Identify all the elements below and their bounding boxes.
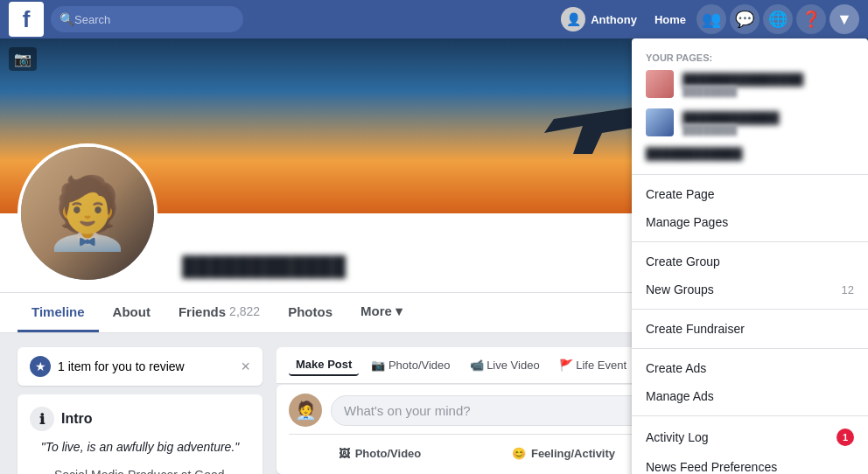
page-info-2: ████████████ ████████ bbox=[682, 111, 854, 135]
profile-info: ████████████ bbox=[175, 254, 640, 283]
intro-icon: ℹ bbox=[30, 407, 54, 431]
tab-more[interactable]: More ▾ bbox=[346, 293, 416, 332]
feeling-action[interactable]: 😊 Feeling/Activity bbox=[472, 442, 654, 465]
new-groups-item[interactable]: New Groups 12 bbox=[632, 275, 868, 303]
job-label: Social Media Producer at Good Morning Am… bbox=[54, 468, 250, 474]
page-name-2: ████████████ bbox=[682, 111, 854, 124]
page-info-1: ███████████████ ████████ bbox=[682, 73, 854, 96]
friends-count: 2,822 bbox=[229, 304, 260, 318]
create-page-label: Create Page bbox=[646, 187, 715, 201]
home-link[interactable]: Home bbox=[648, 10, 693, 30]
intro-job: 🏢 Social Media Producer at Good Morning … bbox=[30, 464, 250, 474]
new-groups-count: 12 bbox=[842, 283, 854, 296]
new-groups-label: New Groups bbox=[646, 282, 714, 296]
create-group-item[interactable]: Create Group bbox=[632, 247, 868, 275]
photo-video-btn[interactable]: 📷 Photo/Video bbox=[364, 355, 457, 375]
page-item-1[interactable]: ███████████████ ████████ bbox=[632, 65, 868, 103]
life-event-btn[interactable]: 🚩 Life Event bbox=[552, 355, 634, 375]
intro-card: ℹ Intro "To live, is an awfully big adve… bbox=[18, 394, 262, 474]
tab-photos[interactable]: Photos bbox=[274, 294, 346, 332]
search-bar[interactable]: 🔍 bbox=[51, 6, 243, 32]
create-ads-item[interactable]: Create Ads bbox=[632, 354, 868, 382]
create-fundraiser-label: Create Fundraiser bbox=[646, 322, 745, 336]
messenger-icon[interactable]: 💬 bbox=[730, 4, 760, 34]
review-banner: ★ 1 item for you to review × bbox=[18, 347, 262, 386]
photo-icon: 🖼 bbox=[339, 447, 350, 460]
help-icon[interactable]: ❓ bbox=[796, 4, 826, 34]
dropdown-menu: Your Pages: ███████████████ ████████ ███… bbox=[632, 38, 868, 474]
review-left: ★ 1 item for you to review bbox=[30, 356, 185, 377]
fb-logo: f bbox=[9, 2, 44, 37]
activity-log-badge: 1 bbox=[836, 429, 854, 446]
create-ads-label: Create Ads bbox=[646, 361, 706, 375]
close-icon[interactable]: × bbox=[241, 358, 250, 376]
photo-label: Photo/Video bbox=[355, 447, 422, 460]
composer-avatar: 🧑‍💼 bbox=[289, 394, 322, 427]
manage-ads-item[interactable]: Manage Ads bbox=[632, 382, 868, 410]
profile-name: ████████████ bbox=[175, 254, 353, 280]
news-feed-prefs-label: News Feed Preferences bbox=[646, 460, 777, 474]
create-group-label: Create Group bbox=[646, 254, 720, 268]
page-thumb-2 bbox=[646, 108, 674, 136]
star-icon: ★ bbox=[30, 356, 51, 377]
top-nav: f 🔍 👤 Anthony Home 👥 💬 🌐 ❓ ▼ bbox=[0, 0, 868, 38]
feeling-label: Feeling/Activity bbox=[531, 447, 615, 460]
profile-avatar: 🧑‍💼 bbox=[18, 143, 158, 283]
user-name: Anthony bbox=[591, 13, 637, 26]
page-item-2[interactable]: ████████████ ████████ bbox=[632, 103, 868, 142]
make-post-btn[interactable]: Make Post bbox=[289, 354, 359, 376]
page-thumb-1 bbox=[646, 70, 674, 98]
news-feed-prefs-item[interactable]: News Feed Preferences bbox=[632, 453, 868, 474]
feeling-icon: 😊 bbox=[512, 447, 526, 460]
nav-dropdown-arrow[interactable]: ▼ bbox=[830, 4, 859, 34]
page-name-1: ███████████████ bbox=[682, 73, 854, 86]
review-text: 1 item for you to review bbox=[58, 359, 185, 373]
manage-pages-item[interactable]: Manage Pages bbox=[632, 208, 868, 236]
friends-icon[interactable]: 👥 bbox=[696, 4, 726, 34]
avatar-inner: 🧑‍💼 bbox=[21, 147, 154, 280]
manage-pages-label: Manage Pages bbox=[646, 215, 728, 229]
globe-icon[interactable]: 🌐 bbox=[763, 4, 793, 34]
intro-title: ℹ Intro bbox=[30, 407, 250, 431]
intro-quote: "To live, is an awfully big adventure." bbox=[30, 440, 250, 454]
page-role-1: ████████ bbox=[682, 86, 854, 96]
activity-log-label: Activity Log bbox=[646, 430, 709, 444]
group-blurred: ████████████ bbox=[632, 142, 868, 165]
camera-icon-cover[interactable]: 📷 bbox=[9, 47, 37, 71]
nav-right: 👤 Anthony Home 👥 💬 🌐 ❓ ▼ bbox=[554, 3, 859, 35]
dropdown-your-pages-section: Your Pages: ███████████████ ████████ ███… bbox=[632, 45, 868, 169]
live-video-btn[interactable]: 📹 Live Video bbox=[463, 355, 547, 375]
create-page-item[interactable]: Create Page bbox=[632, 180, 868, 208]
avatar: 👤 bbox=[561, 7, 585, 31]
page-role-2: ████████ bbox=[682, 124, 854, 135]
create-fundraiser-item[interactable]: Create Fundraiser bbox=[632, 315, 868, 343]
tab-about[interactable]: About bbox=[99, 294, 164, 332]
your-pages-title: Your Pages: bbox=[632, 49, 868, 65]
tab-friends[interactable]: Friends 2,822 bbox=[164, 294, 274, 332]
search-icon: 🔍 bbox=[60, 12, 74, 26]
photo-video-action[interactable]: 🖼 Photo/Video bbox=[289, 442, 471, 465]
activity-log-item[interactable]: Activity Log 1 bbox=[632, 422, 868, 453]
left-column: ★ 1 item for you to review × ℹ Intro "To… bbox=[18, 347, 262, 468]
search-input[interactable] bbox=[74, 13, 223, 26]
tab-timeline[interactable]: Timeline bbox=[18, 294, 99, 332]
nav-user[interactable]: 👤 Anthony bbox=[554, 3, 644, 35]
manage-ads-label: Manage Ads bbox=[646, 389, 714, 403]
